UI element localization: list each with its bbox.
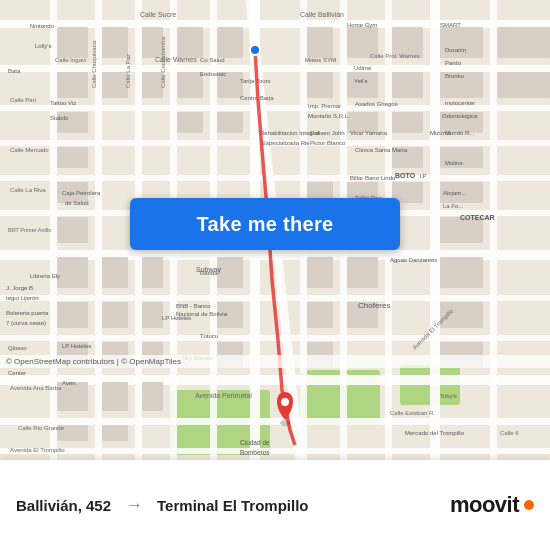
svg-text:Vicar Yamaha: Vicar Yamaha [350,130,388,136]
svg-text:BOTO: BOTO [395,172,416,179]
svg-text:Choferes: Choferes [358,301,390,310]
svg-text:Bata: Bata [8,68,21,74]
svg-rect-56 [440,27,483,58]
svg-text:Avenida Ana Barba: Avenida Ana Barba [10,385,62,391]
svg-text:Avenida El Trompillo: Avenida El Trompillo [10,447,65,453]
moovit-logo: moovit [450,492,534,518]
svg-text:Calle Ballivián: Calle Ballivián [300,11,344,18]
svg-rect-49 [347,72,378,98]
svg-text:Udime: Udime [354,65,372,71]
moovit-text: moovit [450,492,519,518]
svg-rect-27 [490,0,497,460]
svg-rect-34 [57,217,88,243]
svg-text:Nacional de Bolivia: Nacional de Bolivia [176,311,228,317]
svg-text:BRT Primer Anillo: BRT Primer Anillo [8,227,51,233]
svg-text:Especializada Rie: Especializada Rie [262,140,310,146]
svg-rect-15 [0,418,550,425]
route-to: Terminal El Trompillo [157,497,308,514]
svg-text:Bronko: Bronko [445,73,465,79]
svg-rect-78 [102,257,128,288]
svg-text:Alojam...: Alojam... [443,190,467,196]
svg-text:Asados Griegos: Asados Griegos [355,101,398,107]
svg-rect-30 [57,72,88,98]
svg-rect-91 [497,72,550,98]
svg-text:Center: Center [8,370,26,376]
svg-text:tegui Lijerón: tegui Lijerón [6,295,39,301]
svg-text:Lolly's: Lolly's [35,43,52,49]
svg-text:Avenida Perimetal: Avenida Perimetal [195,392,252,399]
moovit-dot [524,500,534,510]
svg-text:Motos SYM: Motos SYM [305,57,336,63]
svg-rect-62 [440,257,483,288]
svg-point-171 [280,420,290,426]
svg-text:Calle Ingavi: Calle Ingavi [55,57,86,63]
svg-text:Calle Cochabamba: Calle Cochabamba [160,36,166,88]
svg-rect-72 [347,257,378,288]
svg-text:Imp. Premar: Imp. Premar [308,103,341,109]
svg-text:Nintendo: Nintendo [30,23,55,29]
svg-text:Clinica Santa Maria: Clinica Santa Maria [355,147,408,153]
svg-rect-68 [307,302,333,328]
svg-text:Pictor Blanco: Pictor Blanco [310,140,346,146]
svg-rect-42 [177,112,203,133]
svg-rect-86 [142,382,163,411]
svg-text:Endosteic: Endosteic [200,71,226,77]
svg-rect-40 [177,27,203,58]
svg-text:Calle Rio Grande: Calle Rio Grande [18,425,65,431]
svg-rect-29 [57,27,88,58]
bottom-bar: Ballivián, 452 → Terminal El Trompillo m… [0,460,550,550]
svg-text:Odontologica: Odontologica [442,113,478,119]
svg-text:Boleteria puerta: Boleteria puerta [6,310,49,316]
svg-text:Aguas Danzantes: Aguas Danzantes [390,257,437,263]
route-arrow: → [125,495,143,516]
svg-text:Ciudad de: Ciudad de [240,439,270,446]
svg-rect-47 [307,72,333,98]
svg-text:Libreria Ely: Libreria Ely [30,273,60,279]
svg-text:Pardo: Pardo [445,60,462,66]
map-container: Calle Sucre Calle Ballivián Calle Ingavi… [0,0,550,460]
svg-text:Home Gym: Home Gym [347,22,377,28]
svg-text:Calle 6: Calle 6 [500,430,519,436]
svg-rect-82 [102,425,128,441]
svg-rect-67 [307,257,333,288]
svg-rect-90 [497,27,550,58]
svg-rect-81 [102,382,128,411]
svg-text:La Fo...: La Fo... [443,203,464,209]
svg-rect-84 [142,302,163,328]
svg-rect-76 [57,382,88,411]
svg-text:Mercado del Trompillo: Mercado del Trompillo [405,430,465,436]
svg-text:motocenter: motocenter [445,100,475,106]
svg-text:Aven.: Aven. [62,380,78,386]
svg-text:COTECAR: COTECAR [460,214,495,221]
svg-point-170 [250,45,260,55]
svg-text:LP Hoteles: LP Hoteles [62,343,91,349]
svg-rect-52 [392,72,423,98]
svg-text:Calle Mercado: Calle Mercado [10,147,49,153]
svg-text:Mizumo: Mizumo [430,130,452,136]
svg-rect-36 [102,27,128,58]
svg-text:Co Salud: Co Salud [200,57,225,63]
take-me-there-button[interactable]: Take me there [130,198,400,250]
svg-text:BNB - Banco: BNB - Banco [176,303,211,309]
svg-point-172 [281,398,289,406]
svg-rect-5 [0,20,550,28]
svg-text:Bomberos: Bomberos [240,449,270,456]
svg-text:Calle Pari: Calle Pari [10,97,36,103]
svg-rect-26 [430,0,440,460]
svg-text:Caja Petrolera: Caja Petrolera [62,190,101,196]
map-attribution: © OpenStreetMap contributors | © OpenMap… [0,355,550,368]
route-info: Ballivián, 452 → Terminal El Trompillo [16,495,450,516]
svg-rect-45 [217,112,243,133]
svg-rect-13 [0,335,550,341]
svg-text:Calle Prol. Warnes: Calle Prol. Warnes [370,53,420,59]
svg-rect-74 [57,302,88,328]
svg-rect-43 [217,27,243,58]
svg-rect-35 [57,257,88,288]
svg-text:de Salud: de Salud [65,200,89,206]
button-label: Take me there [197,213,334,236]
svg-rect-83 [142,257,163,288]
svg-text:Toby's: Toby's [440,393,457,399]
svg-text:Stabilo: Stabilo [50,115,69,121]
svg-rect-16 [0,448,550,454]
svg-text:Molina: Molina [445,160,463,166]
